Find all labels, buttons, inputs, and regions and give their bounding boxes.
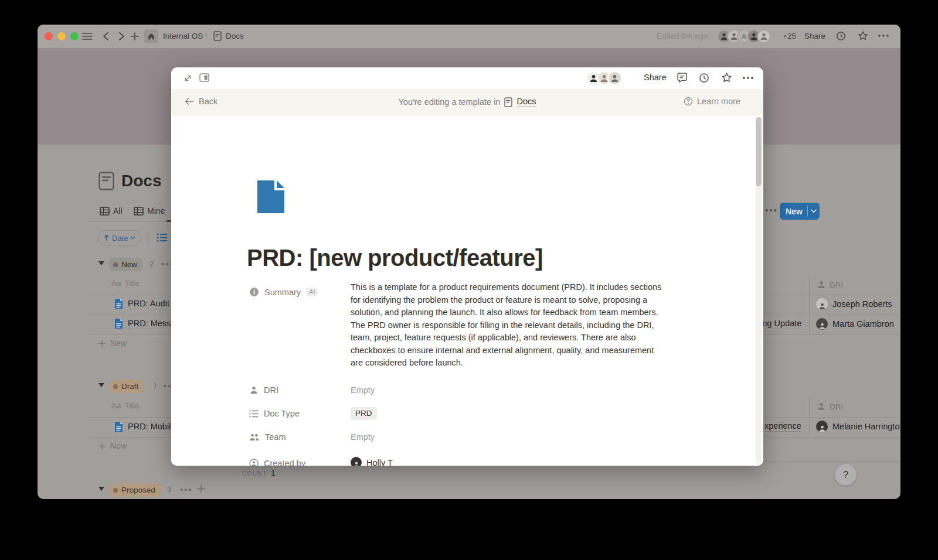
edited-timestamp: Edited 9m ago [657,32,708,40]
forward-nav-icon[interactable] [117,32,125,41]
template-banner: Back You're editing a template in Docs L… [171,89,763,115]
docs-page-icon [213,31,222,41]
group-collapse-toggle[interactable] [98,261,104,265]
docs-title-icon [98,172,114,193]
presence-avatars[interactable]: A [717,29,771,43]
banner-target-link[interactable]: Docs [516,97,536,107]
notion-window: Internal OS / Docs Edited 9m ago A +25 S… [38,25,900,499]
avatar [757,29,771,43]
breadcrumb-workspace[interactable]: Internal OS / [163,32,208,40]
close-traffic-light[interactable] [45,32,53,40]
dri-person-name[interactable]: Marta Giambron [832,319,894,329]
list-view-icon[interactable] [157,233,168,245]
new-tab-icon[interactable] [130,32,140,41]
column-header-title[interactable]: AaTitle [111,401,140,410]
new-entry-button[interactable]: New [780,203,820,220]
summary-value[interactable]: This is a template for a product require… [351,281,667,370]
dri-person-name[interactable]: Melanie Harringto [832,422,899,431]
avatar [351,457,362,466]
group-add-icon[interactable] [197,484,205,495]
modal-content: PRD: [new product/feature] Summary AI Th… [171,115,763,466]
favorite-star-icon[interactable] [721,72,732,83]
info-icon [249,287,259,297]
zoom-traffic-light[interactable] [70,32,79,40]
ai-badge: AI [306,288,318,296]
expand-icon[interactable] [183,73,193,83]
group-pill-draft[interactable]: Draft [108,380,144,393]
add-new-row-button[interactable]: New [98,339,127,348]
tab-all[interactable]: All [100,206,123,216]
sort-date-pill[interactable]: Date [97,230,141,245]
learn-more-link[interactable]: Learn more [684,97,740,106]
doc-row-title[interactable]: PRD: Mobile [128,422,175,432]
breadcrumb-page[interactable]: Docs [226,32,244,40]
doc-page-icon [114,318,123,332]
banner-message: You're editing a template in Docs [171,97,763,107]
add-new-row-button[interactable]: New [98,441,127,450]
team-value[interactable]: Empty [351,432,375,442]
more-options-icon[interactable] [878,34,889,37]
help-button[interactable]: ? [835,464,857,486]
person-icon [249,385,259,395]
history-clock-icon[interactable] [699,73,709,83]
side-peek-icon[interactable] [199,73,209,82]
group-count: 3 [167,485,172,494]
template-page-icon[interactable] [256,180,286,216]
more-options-icon[interactable] [742,76,754,80]
template-title[interactable]: PRD: [new product/feature] [247,245,543,271]
person-circle-icon [249,459,259,466]
group-collapse-toggle[interactable] [98,487,104,491]
people-icon [249,433,260,442]
updates-clock-icon[interactable] [836,31,846,41]
footer-count-value: 1 [271,468,276,477]
doc-row-title[interactable]: PRD: Messa [128,319,175,329]
page-title: Docs [121,172,161,190]
doc-page-icon [114,298,123,312]
column-header-dri[interactable]: DRI [817,280,843,289]
footer-count-label[interactable]: COUNT [242,470,267,477]
modal-scrollbar-track[interactable] [756,117,762,464]
group-pill-proposed[interactable]: Proposed [108,483,161,497]
list-icon [249,409,259,418]
column-header-dri[interactable]: DRI [817,402,843,411]
modal-scrollbar-thumb[interactable] [756,117,762,186]
back-nav-icon[interactable] [102,32,110,41]
tab-mine[interactable]: Mine [134,206,165,216]
avatar [607,71,622,86]
property-team[interactable]: Team [249,432,286,442]
column-header-title[interactable]: AaTitle [111,279,140,288]
avatar [816,318,828,330]
group-pill-new[interactable]: New [108,258,143,271]
home-icon[interactable] [144,29,158,43]
doc-row-title[interactable]: PRD: Audit [128,299,169,309]
sidebar-menu-icon[interactable] [82,32,93,41]
modal-presence-avatars[interactable] [586,71,622,86]
avatar [816,298,828,310]
group-count: 1 [153,381,158,390]
property-summary[interactable]: Summary AI [249,287,318,297]
group-more-icon[interactable]: ••• [180,487,193,493]
modal-header: Share [171,67,763,89]
doc-page-icon [114,421,123,435]
avatar [816,421,828,432]
property-doctype[interactable]: Doc Type [249,409,300,418]
active-tab-indicator [166,220,171,222]
favorite-star-icon[interactable] [858,30,868,41]
view-more-icon[interactable]: ••• [765,207,778,213]
presence-overflow-count[interactable]: +25 [783,32,796,40]
doctype-tag[interactable]: PRD [351,407,377,420]
comments-icon[interactable] [677,73,688,83]
createdby-value[interactable]: Holly T [351,457,393,466]
modal-share-button[interactable]: Share [644,73,667,82]
dri-person-name[interactable]: Joseph Roberts [832,299,892,309]
template-editor-modal: Share Back You're editing a template in [171,67,763,466]
minimize-traffic-light[interactable] [57,32,66,40]
property-dri[interactable]: DRI [249,385,278,395]
window-toolbar: Internal OS / Docs Edited 9m ago A +25 S… [38,25,900,48]
group-collapse-toggle[interactable] [98,383,104,387]
doc-row-title-fragment[interactable]: xperience [764,421,801,432]
dri-value[interactable]: Empty [351,385,375,395]
group-count: 2 [149,259,154,268]
share-button[interactable]: Share [804,32,825,40]
property-createdby[interactable]: Created by [249,459,305,466]
